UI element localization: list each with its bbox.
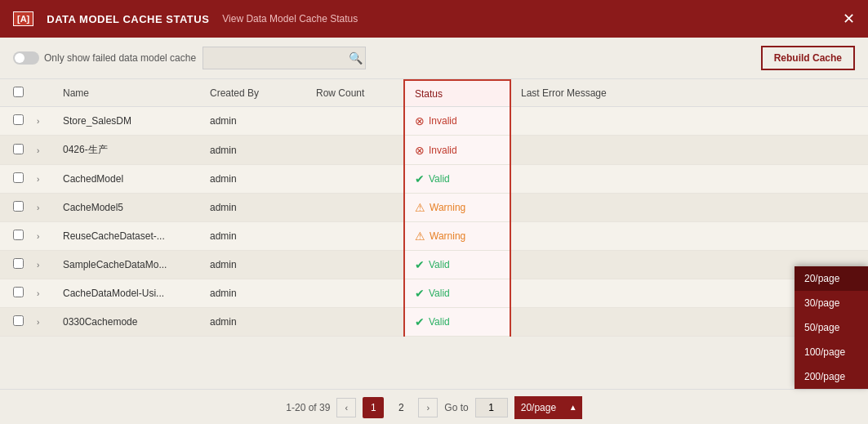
- row-count-cell: [306, 165, 404, 194]
- row-checkbox-cell: [0, 107, 33, 136]
- status-badge: ⊗Invalid: [415, 114, 500, 127]
- error-cell: [510, 222, 868, 251]
- row-checkbox[interactable]: [13, 287, 24, 297]
- perpage-option[interactable]: 20/page: [795, 266, 868, 291]
- error-cell: [510, 165, 868, 194]
- perpage-option[interactable]: 200/page: [795, 364, 868, 389]
- status-badge: ⊗Invalid: [415, 144, 500, 157]
- perpage-option[interactable]: 50/page: [795, 315, 868, 340]
- created-by-cell: admin: [200, 279, 306, 308]
- table-row: ›Store_SalesDMadmin⊗Invalid: [0, 107, 868, 136]
- row-checkbox[interactable]: [13, 114, 24, 125]
- created-by-cell: admin: [200, 308, 306, 337]
- row-checkbox-cell: [0, 222, 33, 251]
- row-checkbox[interactable]: [13, 315, 24, 326]
- row-checkbox[interactable]: [13, 172, 24, 183]
- expand-cell[interactable]: ›: [33, 194, 53, 222]
- status-text: Valid: [429, 288, 450, 299]
- expand-cell[interactable]: ›: [33, 165, 53, 194]
- table-row: ›CacheDataModel-Usi...admin✔Valid: [0, 279, 868, 308]
- status-text: Valid: [429, 259, 450, 270]
- row-checkbox[interactable]: [13, 144, 24, 154]
- perpage-option[interactable]: 100/page: [795, 340, 868, 364]
- perpage-wrapper: 20/page30/page50/page100/page200/page ▲: [514, 396, 582, 419]
- status-text: Valid: [429, 316, 450, 328]
- status-cell: ✔Valid: [404, 279, 510, 308]
- expand-cell[interactable]: ›: [33, 222, 53, 251]
- page-1-button[interactable]: 1: [363, 397, 384, 418]
- row-checkbox-cell: [0, 136, 33, 165]
- row-count-cell: [306, 222, 404, 251]
- table-row: ›SampleCacheDataMo...admin✔Valid: [0, 251, 868, 279]
- invalid-icon: ⊗: [415, 114, 425, 127]
- close-button[interactable]: ✕: [843, 11, 855, 26]
- expand-arrow-icon[interactable]: ›: [37, 146, 39, 155]
- created-by-cell: admin: [200, 136, 306, 165]
- header-name: Name: [53, 80, 200, 107]
- header-expand-col: [33, 80, 53, 107]
- goto-input[interactable]: [475, 398, 508, 417]
- app-logo: [A]: [13, 11, 33, 26]
- name-cell: SampleCacheDataMo...: [53, 251, 200, 279]
- expand-arrow-icon[interactable]: ›: [37, 318, 39, 327]
- rebuild-cache-button[interactable]: Rebuild Cache: [761, 46, 855, 70]
- name-cell: CachedModel: [53, 165, 200, 194]
- valid-icon: ✔: [415, 258, 425, 271]
- expand-cell[interactable]: ›: [33, 251, 53, 279]
- row-checkbox-cell: [0, 165, 33, 194]
- toolbar-left: Only show failed data model cache 🔍: [13, 47, 366, 69]
- expand-cell[interactable]: ›: [33, 136, 53, 165]
- table-body: ›Store_SalesDMadmin⊗Invalid›0426-生产admin…: [0, 107, 868, 337]
- expand-arrow-icon[interactable]: ›: [37, 117, 39, 126]
- search-button[interactable]: 🔍: [349, 51, 363, 65]
- goto-label: Go to: [444, 402, 468, 413]
- search-input[interactable]: [203, 47, 366, 69]
- row-checkbox[interactable]: [13, 201, 24, 212]
- page-info: 1-20 of 39: [286, 402, 330, 413]
- valid-icon: ✔: [415, 172, 425, 185]
- row-count-cell: [306, 194, 404, 222]
- row-checkbox[interactable]: [13, 258, 24, 269]
- status-cell: ⚠Warning: [404, 194, 510, 222]
- expand-arrow-icon[interactable]: ›: [37, 289, 39, 298]
- error-cell: [510, 107, 868, 136]
- warning-icon: ⚠: [415, 230, 425, 243]
- data-table: Name Created By Row Count Status Last Er…: [0, 79, 868, 337]
- failed-label: Only show failed data model cache: [44, 52, 196, 64]
- next-page-button[interactable]: ›: [418, 398, 438, 417]
- page-2-button[interactable]: 2: [390, 397, 412, 418]
- expand-cell[interactable]: ›: [33, 107, 53, 136]
- name-cell: 0330Cachemode: [53, 308, 200, 337]
- table-row: ›0426-生产admin⊗Invalid: [0, 136, 868, 165]
- table-row: ›0330Cachemodeadmin✔Valid: [0, 308, 868, 337]
- invalid-icon: ⊗: [415, 144, 425, 157]
- app-subtitle: View Data Model Cache Status: [222, 13, 358, 25]
- status-badge: ✔Valid: [415, 258, 500, 271]
- row-checkbox[interactable]: [13, 230, 24, 240]
- expand-cell[interactable]: ›: [33, 308, 53, 337]
- name-cell: 0426-生产: [53, 136, 200, 165]
- failed-toggle-switch[interactable]: [13, 51, 39, 65]
- search-wrapper: 🔍: [203, 47, 366, 69]
- perpage-option[interactable]: 30/page: [795, 291, 868, 315]
- prev-page-button[interactable]: ‹: [336, 398, 356, 417]
- name-cell: CacheModel5: [53, 194, 200, 222]
- header-last-error: Last Error Message: [510, 80, 868, 107]
- expand-arrow-icon[interactable]: ›: [37, 203, 39, 212]
- perpage-select[interactable]: 20/page30/page50/page100/page200/page: [514, 396, 582, 419]
- app-title: DATA MODEL CACHE STATUS: [47, 13, 209, 25]
- select-all-checkbox[interactable]: [13, 87, 24, 97]
- name-cell: Store_SalesDM: [53, 107, 200, 136]
- status-badge: ✔Valid: [415, 287, 500, 300]
- table-row: ›ReuseCacheDataset-...admin⚠Warning: [0, 222, 868, 251]
- expand-arrow-icon[interactable]: ›: [37, 175, 39, 184]
- row-count-cell: [306, 107, 404, 136]
- header-created-by: Created By: [200, 80, 306, 107]
- status-badge: ⚠Warning: [415, 201, 500, 214]
- expand-arrow-icon[interactable]: ›: [37, 232, 39, 241]
- expand-arrow-icon[interactable]: ›: [37, 261, 39, 270]
- status-cell: ✔Valid: [404, 251, 510, 279]
- expand-cell[interactable]: ›: [33, 279, 53, 308]
- status-text: Warning: [430, 230, 465, 242]
- status-cell: ⊗Invalid: [404, 107, 510, 136]
